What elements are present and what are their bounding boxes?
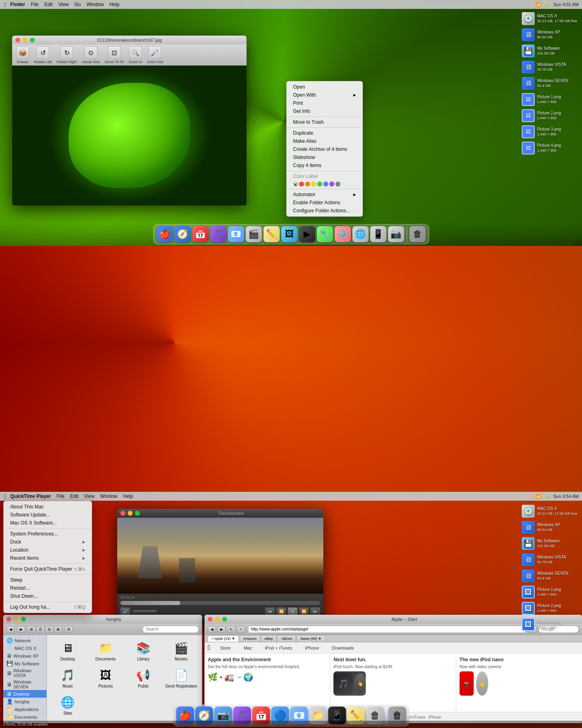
sidebar-network[interactable]: 🌐 Network	[3, 637, 46, 644]
sidebar-macosx[interactable]: 💿 MAC OS X	[3, 644, 46, 652]
color-orange[interactable]	[305, 182, 310, 186]
menu-finder[interactable]: Finder	[10, 2, 25, 7]
icon-pic3[interactable]: 🖼 Picture 3.png1,440 × 900	[520, 125, 579, 139]
apple-menu-icon-bottom[interactable]: 	[4, 493, 6, 500]
ctx-move-trash[interactable]: Move to Trash	[287, 118, 363, 126]
icon-pic2[interactable]: 🖼 Picture 2.png1,440 × 900	[520, 108, 579, 123]
menu-file-b[interactable]: File	[57, 493, 64, 499]
icon-macosx-b[interactable]: 💿 MAC OS X20.13 GB, 17.08 GB free	[520, 504, 579, 518]
finder-search-input[interactable]	[142, 626, 199, 633]
zoom-in-button[interactable]: 🔍 Zoom In	[129, 46, 142, 64]
icon-winvista-b[interactable]: 🖥 Windows VISTA50.78 GB	[520, 552, 579, 567]
am-restart[interactable]: Restart...	[4, 584, 92, 592]
apple-menu-icon[interactable]: 	[4, 1, 6, 8]
icon-pic1[interactable]: 🖼 Picture 1.png1,440 × 900	[520, 92, 579, 107]
finder-minimize[interactable]	[14, 617, 19, 622]
sidebar-vista[interactable]: 🖥 Windows VISTA	[3, 667, 46, 679]
finder-item-public[interactable]: 📢 Public	[126, 665, 161, 690]
finder-icon-view[interactable]: ⊞	[27, 626, 36, 633]
qt-fast-forward[interactable]: ⏩	[299, 607, 309, 615]
dock-itunes[interactable]: 🎵	[210, 226, 226, 242]
color-gray[interactable]	[335, 182, 340, 186]
am-shutdown[interactable]: Shut Down...	[4, 592, 92, 600]
nav-ipod[interactable]: iPod + iTunes	[262, 644, 295, 652]
menu-file[interactable]: File	[31, 2, 38, 7]
ctx-duplicate[interactable]: Duplicate	[287, 129, 363, 137]
dock-preview[interactable]: 🖼	[281, 226, 297, 242]
safari-back[interactable]: ◀	[208, 626, 216, 633]
menu-help-b[interactable]: Help	[123, 493, 133, 499]
finder-back[interactable]: ◀	[6, 626, 15, 633]
icon-macosx[interactable]: 💿 MAC OS X20.13 GB, 17.08 GB free	[520, 11, 579, 26]
finder-item-movies[interactable]: 🎬 Movies	[164, 638, 199, 663]
safari-tab-amazon[interactable]: Amazon	[240, 635, 260, 642]
finder-cover-view[interactable]: ⊠	[54, 626, 62, 633]
ctx-copy[interactable]: Copy 4 items	[287, 161, 363, 169]
sidebar-desktop[interactable]: 🖥 Desktop	[3, 690, 46, 698]
dock-misc[interactable]: ⚙️	[335, 226, 351, 242]
finder-col-view[interactable]: ⊟	[45, 626, 53, 633]
finder-action[interactable]: ⚙	[65, 626, 73, 633]
zoom-fit-button[interactable]: ⊡ Zoom To Fit	[105, 46, 124, 64]
qt-volume-slider[interactable]	[133, 610, 157, 612]
dock-misc4[interactable]: 📷	[388, 226, 404, 242]
dock-textedit[interactable]: ✏️	[264, 226, 280, 242]
finder-item-documents[interactable]: 📁 Documents	[88, 638, 124, 663]
nav-iphone[interactable]: iPhone	[302, 644, 322, 652]
dock-imovie[interactable]: 🎬	[246, 226, 262, 242]
color-red[interactable]	[299, 182, 304, 186]
menu-qt[interactable]: QuickTime Player	[10, 493, 51, 499]
nav-mac[interactable]: Mac	[240, 644, 255, 652]
rotate-left-button[interactable]: ↺ Rotate Left	[34, 46, 52, 64]
dock-misc3[interactable]: 📱	[370, 226, 386, 242]
menu-window[interactable]: Window	[86, 2, 104, 7]
ctx-make-alias[interactable]: Make Alias	[287, 137, 363, 145]
icon-winvista[interactable]: 🖥 Windows VISTA50.78 GB	[520, 60, 579, 74]
menu-edit-b[interactable]: Edit	[70, 493, 78, 499]
rotate-right-button[interactable]: ↻ Rotate Right	[57, 46, 77, 64]
drawer-button[interactable]: 📦 Drawer	[16, 46, 29, 64]
icon-pic4[interactable]: 🖼 Picture 4.png1,440 × 900	[520, 141, 579, 155]
safari-close[interactable]	[208, 617, 213, 622]
icon-winxp[interactable]: 🖥 Windows XP80.54 GB	[520, 28, 579, 42]
qt-volume-icon[interactable]: 🔊	[120, 607, 130, 615]
safari-url-input[interactable]	[248, 626, 525, 633]
qt-zoom[interactable]	[135, 511, 140, 516]
am-force-quit[interactable]: Force Quit QuickTime Player ⌥⌘⎋	[4, 565, 92, 573]
ctx-get-info[interactable]: Get Info	[287, 107, 363, 115]
am-sleep[interactable]: Sleep	[4, 576, 92, 584]
sidebar-seven[interactable]: 🖥 Windows SEVEN	[3, 679, 46, 690]
sidebar-mysoft[interactable]: 💾 My Software	[3, 660, 46, 667]
minimize-button[interactable]	[23, 38, 27, 42]
ctx-enable-folder[interactable]: Enable Folder Actions	[287, 199, 363, 207]
icon-mysoft-b[interactable]: 💾 My Software101.56 GB	[520, 536, 579, 551]
qt-play-pause[interactable]: ⏸	[288, 607, 297, 615]
color-blue[interactable]	[323, 182, 328, 186]
nav-downloads[interactable]: Downloads	[329, 644, 357, 652]
ctx-print[interactable]: Print	[287, 99, 363, 107]
icon-winxp-b[interactable]: 🖥 Windows XP80.54 GB	[520, 520, 579, 535]
dock-mail[interactable]: 📧	[228, 226, 244, 242]
dock-qt2[interactable]: 🔧	[317, 226, 333, 242]
am-dock[interactable]: Dock	[4, 538, 92, 546]
safari-zoom[interactable]	[222, 617, 227, 622]
icon-mysoft[interactable]: 💾 My Software101.56 GB	[520, 44, 579, 58]
menu-window-b[interactable]: Window	[100, 493, 118, 499]
finder-zoom[interactable]	[21, 617, 26, 622]
qt-forward-end[interactable]: ⏭	[310, 607, 320, 615]
finder-forward[interactable]: ▶	[17, 626, 25, 633]
ctx-slideshow[interactable]: Slideshow	[287, 153, 363, 161]
icon-winseven[interactable]: 🖥 Windows SEVEN54.4 GB	[520, 76, 579, 91]
safari-tab-apple[interactable]:  Apple (24) ▼	[208, 635, 239, 642]
nav-store[interactable]: Store	[217, 644, 234, 652]
menu-view[interactable]: View	[58, 2, 69, 7]
dock-quicktime[interactable]: ▶	[299, 226, 315, 242]
color-green[interactable]	[317, 182, 322, 186]
qt-close[interactable]	[120, 511, 125, 516]
ctx-open-with[interactable]: Open With	[287, 91, 363, 99]
am-software-update[interactable]: Software Update...	[4, 511, 92, 519]
safari-tab-ebay[interactable]: eBay	[261, 635, 277, 642]
safari-forward[interactable]: ▶	[217, 626, 226, 633]
finder-item-pictures[interactable]: 🖼 Pictures	[88, 665, 124, 690]
finder-close[interactable]	[6, 617, 11, 622]
